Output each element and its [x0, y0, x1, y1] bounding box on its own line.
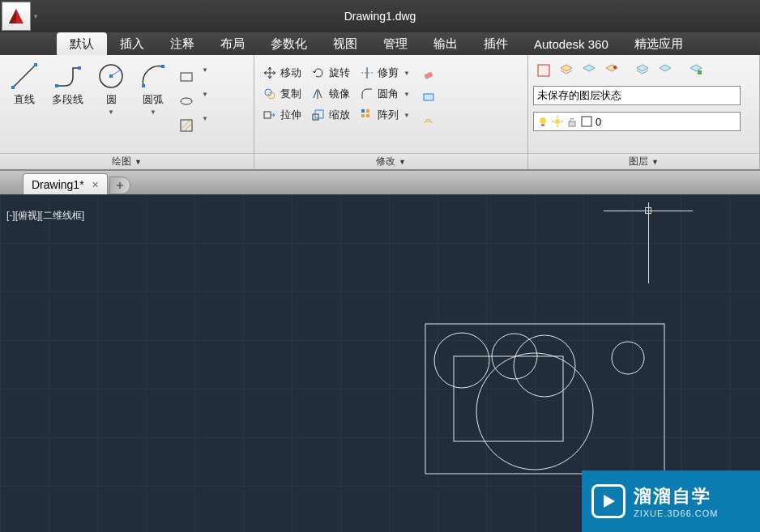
svg-point-29	[613, 66, 617, 69]
erase-button[interactable]	[418, 63, 439, 84]
layer-prop-button[interactable]	[533, 60, 554, 81]
rect-dd[interactable]: ▼	[200, 66, 210, 87]
panel-modify-title[interactable]: 修改▼	[254, 153, 527, 169]
layers-prev-icon	[657, 62, 673, 79]
fillet-button[interactable]: 圆角▼	[357, 84, 415, 104]
layer-freeze-button[interactable]	[579, 60, 600, 81]
svg-rect-24	[361, 114, 365, 117]
window-title: Drawing1.dwg	[344, 10, 416, 23]
layer-match-button[interactable]	[632, 60, 653, 81]
document-tab-label: Drawing1*	[32, 178, 84, 191]
fillet-icon	[360, 87, 374, 101]
layer-prev-button[interactable]	[655, 60, 676, 81]
rotate-button[interactable]: 旋转	[308, 63, 353, 83]
new-tab-button[interactable]	[109, 177, 130, 194]
watermark-title: 溜溜自学	[634, 484, 718, 509]
tab-annotate[interactable]: 注释	[157, 32, 207, 55]
offset-button[interactable]	[418, 109, 439, 130]
tab-insert[interactable]: 插入	[107, 32, 157, 55]
ribbon: 直线 多段线 圆 ▼ 圆弧 ▼ ▼	[0, 55, 760, 170]
scale-button[interactable]: 缩放	[308, 105, 353, 125]
document-tab[interactable]: Drawing1* ×	[23, 173, 108, 194]
tab-featured[interactable]: 精选应用	[621, 32, 696, 55]
watermark-url: ZIXUE.3D66.COM	[634, 509, 718, 518]
panel-draw-title[interactable]: 绘图▼	[0, 153, 254, 169]
layers-match-icon	[634, 62, 651, 79]
close-icon[interactable]: ×	[92, 178, 99, 191]
circle-dropdown-arrow: ▼	[108, 109, 114, 116]
panel-layers-title[interactable]: 图层▼	[528, 153, 759, 169]
move-button[interactable]: 移动	[259, 63, 305, 83]
chevron-down-icon: ▼	[134, 158, 142, 166]
layer-name: 0	[596, 116, 601, 128]
line-icon	[10, 62, 39, 91]
drawing-canvas[interactable]: [-][俯视][二维线框] 溜溜自学 ZIXUE.3D66.COM	[0, 194, 760, 532]
copy-button[interactable]: 复制	[259, 84, 305, 104]
svg-rect-1	[11, 86, 15, 89]
tab-layout[interactable]: 布局	[207, 32, 258, 55]
layer-current-dropdown[interactable]: 0	[533, 112, 741, 131]
explode-button[interactable]	[418, 86, 439, 107]
line-button[interactable]: 直线	[5, 58, 44, 110]
panel-draw: 直线 多段线 圆 ▼ 圆弧 ▼ ▼	[0, 55, 254, 169]
tab-manage[interactable]: 管理	[370, 32, 421, 55]
layers-off-icon	[604, 62, 620, 79]
svg-point-33	[555, 119, 560, 124]
layer-prop-icon	[536, 62, 552, 79]
arc-button[interactable]: 圆弧 ▼	[134, 58, 173, 119]
layer-state-dropdown[interactable]: 未保存的图层状态	[533, 86, 741, 105]
tab-view[interactable]: 视图	[320, 32, 370, 55]
array-icon	[360, 108, 374, 122]
layer-iso-button[interactable]	[556, 60, 577, 81]
sun-icon	[552, 116, 563, 127]
svg-point-45	[476, 353, 593, 470]
bulb-on-icon	[537, 116, 549, 127]
app-menu-arrow: ▼	[31, 13, 41, 20]
document-tabs: Drawing1* ×	[0, 170, 760, 194]
line-label: 直线	[14, 92, 35, 107]
mirror-button[interactable]: 镜像	[308, 84, 353, 104]
svg-rect-10	[181, 73, 192, 81]
svg-point-47	[514, 335, 575, 397]
svg-line-0	[13, 65, 36, 87]
ellipse-dd[interactable]: ▼	[200, 91, 210, 112]
stretch-button[interactable]: 拉伸	[259, 105, 305, 125]
svg-rect-17	[264, 112, 271, 118]
svg-rect-3	[55, 84, 58, 87]
trim-button[interactable]: 修剪▼	[357, 63, 415, 83]
tab-a360[interactable]: Autodesk 360	[521, 32, 621, 55]
viewport-label[interactable]: [-][俯视][二维线框]	[6, 209, 84, 223]
svg-rect-30	[698, 70, 702, 74]
rectangle-button[interactable]	[176, 66, 197, 87]
hatch-button[interactable]	[176, 115, 197, 136]
svg-rect-22	[361, 109, 365, 113]
polyline-button[interactable]: 多段线	[47, 58, 88, 110]
hatch-dd[interactable]: ▼	[200, 115, 210, 136]
circle-label: 圆	[106, 92, 117, 107]
autocad-logo-icon	[6, 6, 26, 26]
circle-button[interactable]: 圆 ▼	[92, 58, 130, 119]
svg-rect-26	[424, 71, 433, 79]
ellipse-icon	[179, 94, 194, 109]
svg-rect-38	[569, 121, 575, 126]
panel-layers: 未保存的图层状态 0 图层▼	[528, 55, 760, 169]
scale-icon	[311, 108, 326, 122]
mirror-icon	[311, 87, 326, 101]
arc-label: 圆弧	[143, 92, 164, 107]
rectangle-icon	[179, 70, 194, 84]
tab-plugin[interactable]: 插件	[471, 32, 521, 55]
watermark: 溜溜自学 ZIXUE.3D66.COM	[582, 470, 760, 532]
layer-state-button[interactable]	[685, 60, 707, 81]
tab-output[interactable]: 输出	[421, 32, 471, 55]
layers-state-icon	[688, 62, 704, 79]
move-icon	[263, 66, 277, 80]
tab-default[interactable]: 默认	[57, 32, 107, 55]
ellipse-button[interactable]	[176, 91, 197, 112]
layers-icon	[558, 62, 574, 79]
layers-freeze-icon	[581, 62, 597, 79]
tab-parametric[interactable]: 参数化	[258, 32, 320, 55]
app-menu-button[interactable]	[2, 2, 31, 31]
chevron-down-icon: ▼	[651, 158, 659, 166]
layer-off-button[interactable]	[601, 60, 622, 81]
array-button[interactable]: 阵列▼	[357, 105, 415, 125]
